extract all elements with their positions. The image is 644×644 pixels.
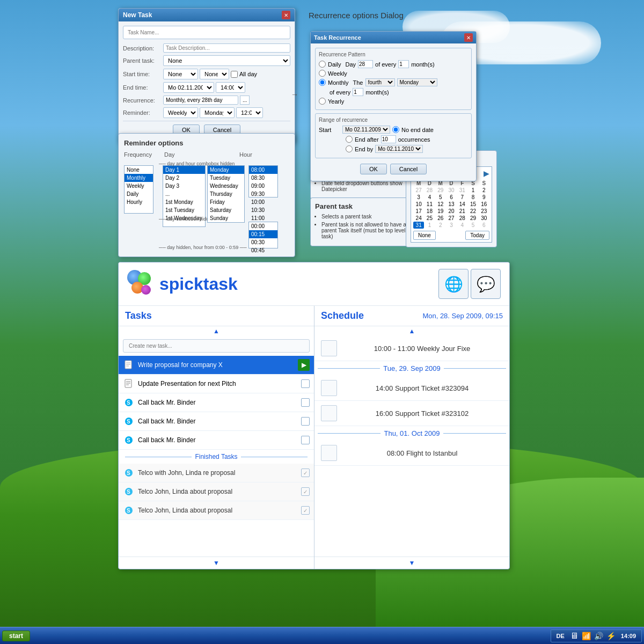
date-cell[interactable]: 20 (446, 208, 457, 215)
day-sunday[interactable]: Sunday (208, 214, 244, 222)
date-cell[interactable]: 26 (435, 215, 446, 222)
date-cell[interactable]: 5 (435, 194, 446, 201)
datepicker-today-btn[interactable]: Today (465, 231, 489, 240)
finished-task-3-checkbox[interactable]: ✓ (301, 506, 310, 515)
end-after-radio[interactable] (346, 136, 353, 143)
day-friday[interactable]: Friday (208, 198, 244, 206)
finished-task-2-checkbox[interactable]: ✓ (301, 487, 310, 496)
parent-task-select[interactable]: None (163, 55, 290, 66)
hour-0800[interactable]: 08:00 (249, 166, 277, 174)
weekly-radio[interactable] (319, 70, 326, 77)
date-cell-today[interactable]: 31 (413, 222, 424, 229)
date-cell[interactable]: 7 (457, 194, 467, 201)
recurrence-cancel-button[interactable]: Cancel (390, 164, 427, 174)
start-date-select[interactable]: Mo 02.11.2009 (342, 126, 390, 134)
day-2[interactable]: Day 2 (163, 174, 205, 182)
date-cell[interactable]: 4 (424, 194, 435, 201)
hour-listbox[interactable]: 08:00 08:30 09:00 09:30 10:00 10:30 11:0… (248, 165, 278, 197)
date-cell[interactable]: 22 (467, 208, 478, 215)
task-item[interactable]: S Call back Mr. Binder (119, 412, 314, 431)
schedule-1-checkbox[interactable] (321, 340, 337, 356)
schedule-item[interactable]: 10:00 - 11:00 Weekly Jour Fixe (314, 336, 509, 361)
date-cell[interactable]: 31 (457, 187, 467, 194)
date-cell[interactable]: 29 (467, 215, 478, 222)
date-cell[interactable]: 6 (446, 194, 457, 201)
date-cell[interactable]: 2 (479, 187, 489, 194)
month2-value-input[interactable] (353, 88, 363, 96)
start-hour-select[interactable]: None (200, 69, 229, 79)
globe-button[interactable]: 🌐 (438, 269, 469, 299)
date-cell[interactable]: 24 (413, 215, 424, 222)
date-cell[interactable]: 4 (457, 222, 467, 229)
tasks-scroll-down-btn[interactable]: ▼ (119, 557, 314, 569)
freq-hourly[interactable]: Hourly (125, 198, 153, 206)
hour-0930[interactable]: 09:30 (249, 190, 277, 198)
freq-monthly[interactable]: Monthly (125, 174, 153, 182)
date-cell[interactable]: 27 (446, 215, 457, 222)
end-date-select[interactable]: Mo 02.11.2009 (163, 82, 214, 93)
date-cell[interactable]: 17 (413, 208, 424, 215)
recurrence-close-button[interactable]: ✕ (464, 33, 473, 42)
schedule-item[interactable]: 16:00 Support Ticket #323102 (314, 401, 509, 426)
datepicker-next-btn[interactable]: ▶ (484, 169, 489, 178)
yearly-radio[interactable] (319, 98, 326, 105)
schedule-scroll-down-btn[interactable]: ▼ (314, 557, 509, 569)
day-dots[interactable]: ... (163, 190, 205, 198)
task-item[interactable]: S Call back Mr. Binder (119, 431, 314, 450)
recurrence-ok-button[interactable]: OK (360, 164, 387, 174)
start-date-select[interactable]: None (163, 69, 198, 79)
freq-listbox[interactable]: None Monthly Weekly Daily Hourly (124, 165, 153, 214)
dialog-close-button[interactable]: ✕ (282, 11, 290, 19)
hour-0015[interactable]: 00:15 (249, 230, 277, 238)
recurrence-input[interactable] (163, 96, 238, 105)
task-item[interactable]: Update Presentation for next Pitch (119, 375, 314, 393)
date-cell[interactable]: 29 (435, 187, 446, 194)
finished-task-1-checkbox[interactable]: ✓ (301, 469, 310, 477)
date-cell[interactable]: 23 (479, 208, 489, 215)
end-hour-select[interactable]: 14:00 (216, 82, 245, 93)
monthly-radio[interactable] (319, 79, 326, 86)
task-4-checkbox[interactable] (301, 417, 310, 426)
date-cell[interactable]: 1 (467, 187, 478, 194)
end-by-date-select[interactable]: Mo 02.11.2010 (375, 145, 423, 153)
date-cell[interactable]: 14 (457, 201, 467, 208)
reminder-time-select[interactable]: 12:00 (236, 107, 263, 118)
hour-1030[interactable]: 10:30 (249, 206, 277, 214)
end-by-radio[interactable] (346, 145, 353, 152)
day-value-input[interactable] (358, 60, 373, 68)
the-ordinal-select[interactable]: fourthfirstsecondthird (365, 78, 395, 86)
date-cell[interactable]: 27 (413, 187, 424, 194)
freq-none[interactable]: None (125, 166, 153, 174)
schedule-2-checkbox[interactable] (321, 380, 337, 396)
day-1st-tue[interactable]: 1st Tuesday (163, 206, 205, 214)
all-day-checkbox[interactable] (231, 71, 238, 78)
task-5-checkbox[interactable] (301, 436, 310, 444)
no-end-radio[interactable] (392, 126, 399, 133)
hour-0030[interactable]: 00:30 (249, 238, 277, 246)
date-cell[interactable]: 28 (457, 215, 467, 222)
date-cell[interactable]: 16 (479, 201, 489, 208)
day-3[interactable]: Day 3 (163, 182, 205, 190)
task-2-checkbox[interactable] (301, 379, 310, 388)
hour-0830[interactable]: 08:30 (249, 174, 277, 182)
schedule-scroll-up-btn[interactable]: ▲ (314, 326, 509, 336)
task-item[interactable]: S Call back Mr. Binder (119, 393, 314, 412)
chat-button[interactable]: 💬 (471, 269, 501, 299)
date-cell[interactable]: 6 (479, 222, 489, 229)
tasks-scroll-up-btn[interactable]: ▲ (119, 326, 314, 336)
day-1st-mon[interactable]: 1st Monday (163, 198, 205, 206)
date-cell[interactable]: 19 (435, 208, 446, 215)
day-monday[interactable]: Monday (208, 166, 244, 174)
description-input[interactable] (163, 43, 290, 53)
date-cell[interactable]: 2 (435, 222, 446, 229)
start-button[interactable]: start (2, 631, 30, 641)
day-thursday[interactable]: Thursday (208, 190, 244, 198)
freq-weekly[interactable]: Weekly (125, 182, 153, 190)
create-task-input[interactable] (123, 339, 310, 353)
freq-daily[interactable]: Daily (125, 190, 153, 198)
finished-task-item[interactable]: S Telco with John, Linda re proposal ✓ (119, 464, 314, 482)
day-dropdown[interactable]: Monday Tuesday Wednesday Thursday Friday… (207, 165, 245, 223)
date-cell[interactable]: 13 (446, 201, 457, 208)
day-wednesday[interactable]: Wednesday (208, 182, 244, 190)
hour-listbox-2[interactable]: 00:00 00:15 00:30 00:45 (248, 222, 278, 248)
